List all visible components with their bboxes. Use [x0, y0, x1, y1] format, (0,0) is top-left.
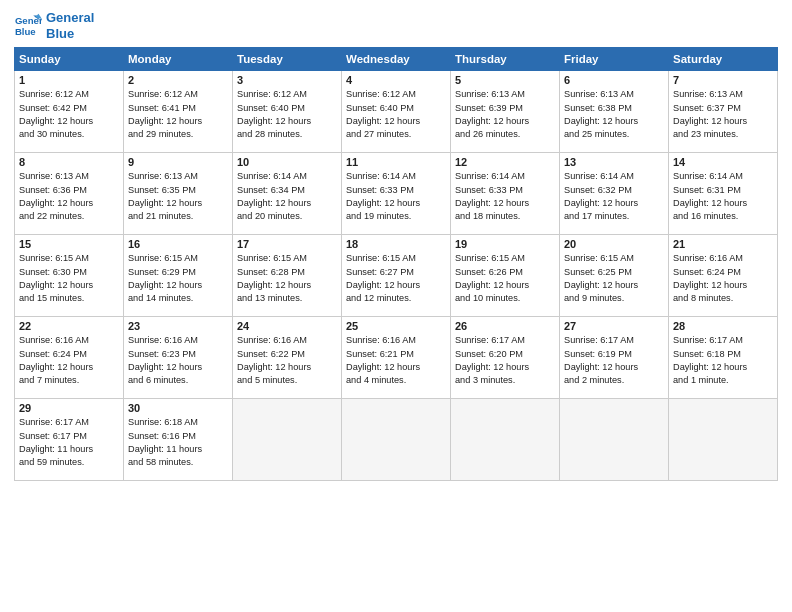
calendar-cell: 28Sunrise: 6:17 AM Sunset: 6:18 PM Dayli…: [669, 317, 778, 399]
calendar-cell: 10Sunrise: 6:14 AM Sunset: 6:34 PM Dayli…: [233, 153, 342, 235]
calendar-table: SundayMondayTuesdayWednesdayThursdayFrid…: [14, 47, 778, 481]
day-number: 15: [19, 238, 119, 250]
calendar-body: 1Sunrise: 6:12 AM Sunset: 6:42 PM Daylig…: [15, 71, 778, 481]
day-number: 18: [346, 238, 446, 250]
day-info: Sunrise: 6:15 AM Sunset: 6:25 PM Dayligh…: [564, 252, 664, 305]
calendar-cell: 17Sunrise: 6:15 AM Sunset: 6:28 PM Dayli…: [233, 235, 342, 317]
calendar-cell: 8Sunrise: 6:13 AM Sunset: 6:36 PM Daylig…: [15, 153, 124, 235]
day-info: Sunrise: 6:12 AM Sunset: 6:41 PM Dayligh…: [128, 88, 228, 141]
day-info: Sunrise: 6:13 AM Sunset: 6:38 PM Dayligh…: [564, 88, 664, 141]
weekday-header-thursday: Thursday: [451, 48, 560, 71]
day-number: 4: [346, 74, 446, 86]
day-info: Sunrise: 6:13 AM Sunset: 6:35 PM Dayligh…: [128, 170, 228, 223]
calendar-cell: 27Sunrise: 6:17 AM Sunset: 6:19 PM Dayli…: [560, 317, 669, 399]
calendar-cell: 26Sunrise: 6:17 AM Sunset: 6:20 PM Dayli…: [451, 317, 560, 399]
day-number: 13: [564, 156, 664, 168]
day-number: 9: [128, 156, 228, 168]
day-number: 23: [128, 320, 228, 332]
day-number: 1: [19, 74, 119, 86]
calendar-week-row: 15Sunrise: 6:15 AM Sunset: 6:30 PM Dayli…: [15, 235, 778, 317]
calendar-cell: 20Sunrise: 6:15 AM Sunset: 6:25 PM Dayli…: [560, 235, 669, 317]
calendar-cell: [233, 399, 342, 481]
day-number: 29: [19, 402, 119, 414]
calendar-cell: 21Sunrise: 6:16 AM Sunset: 6:24 PM Dayli…: [669, 235, 778, 317]
logo: General Blue General Blue: [14, 10, 94, 41]
day-info: Sunrise: 6:16 AM Sunset: 6:24 PM Dayligh…: [673, 252, 773, 305]
day-info: Sunrise: 6:14 AM Sunset: 6:33 PM Dayligh…: [455, 170, 555, 223]
day-info: Sunrise: 6:15 AM Sunset: 6:27 PM Dayligh…: [346, 252, 446, 305]
day-info: Sunrise: 6:12 AM Sunset: 6:40 PM Dayligh…: [237, 88, 337, 141]
day-info: Sunrise: 6:17 AM Sunset: 6:19 PM Dayligh…: [564, 334, 664, 387]
page-header: General Blue General Blue: [14, 10, 778, 41]
weekday-header-saturday: Saturday: [669, 48, 778, 71]
day-info: Sunrise: 6:15 AM Sunset: 6:30 PM Dayligh…: [19, 252, 119, 305]
calendar-cell: 1Sunrise: 6:12 AM Sunset: 6:42 PM Daylig…: [15, 71, 124, 153]
calendar-cell: 13Sunrise: 6:14 AM Sunset: 6:32 PM Dayli…: [560, 153, 669, 235]
calendar-cell: 9Sunrise: 6:13 AM Sunset: 6:35 PM Daylig…: [124, 153, 233, 235]
calendar-week-row: 22Sunrise: 6:16 AM Sunset: 6:24 PM Dayli…: [15, 317, 778, 399]
day-number: 6: [564, 74, 664, 86]
calendar-week-row: 1Sunrise: 6:12 AM Sunset: 6:42 PM Daylig…: [15, 71, 778, 153]
day-info: Sunrise: 6:17 AM Sunset: 6:17 PM Dayligh…: [19, 416, 119, 469]
day-info: Sunrise: 6:14 AM Sunset: 6:31 PM Dayligh…: [673, 170, 773, 223]
day-info: Sunrise: 6:13 AM Sunset: 6:36 PM Dayligh…: [19, 170, 119, 223]
weekday-header-friday: Friday: [560, 48, 669, 71]
day-info: Sunrise: 6:16 AM Sunset: 6:23 PM Dayligh…: [128, 334, 228, 387]
calendar-cell: [342, 399, 451, 481]
day-info: Sunrise: 6:14 AM Sunset: 6:34 PM Dayligh…: [237, 170, 337, 223]
calendar-cell: 2Sunrise: 6:12 AM Sunset: 6:41 PM Daylig…: [124, 71, 233, 153]
weekday-header-wednesday: Wednesday: [342, 48, 451, 71]
day-number: 12: [455, 156, 555, 168]
day-number: 30: [128, 402, 228, 414]
day-info: Sunrise: 6:17 AM Sunset: 6:20 PM Dayligh…: [455, 334, 555, 387]
day-number: 19: [455, 238, 555, 250]
day-number: 28: [673, 320, 773, 332]
day-number: 22: [19, 320, 119, 332]
calendar-cell: 16Sunrise: 6:15 AM Sunset: 6:29 PM Dayli…: [124, 235, 233, 317]
day-number: 3: [237, 74, 337, 86]
calendar-cell: 5Sunrise: 6:13 AM Sunset: 6:39 PM Daylig…: [451, 71, 560, 153]
calendar-cell: 18Sunrise: 6:15 AM Sunset: 6:27 PM Dayli…: [342, 235, 451, 317]
day-number: 20: [564, 238, 664, 250]
calendar-cell: [560, 399, 669, 481]
calendar-cell: 12Sunrise: 6:14 AM Sunset: 6:33 PM Dayli…: [451, 153, 560, 235]
day-number: 26: [455, 320, 555, 332]
day-info: Sunrise: 6:18 AM Sunset: 6:16 PM Dayligh…: [128, 416, 228, 469]
logo-icon: General Blue: [14, 12, 42, 40]
calendar-cell: 22Sunrise: 6:16 AM Sunset: 6:24 PM Dayli…: [15, 317, 124, 399]
day-info: Sunrise: 6:12 AM Sunset: 6:40 PM Dayligh…: [346, 88, 446, 141]
calendar-cell: 3Sunrise: 6:12 AM Sunset: 6:40 PM Daylig…: [233, 71, 342, 153]
day-info: Sunrise: 6:15 AM Sunset: 6:29 PM Dayligh…: [128, 252, 228, 305]
weekday-header-monday: Monday: [124, 48, 233, 71]
day-info: Sunrise: 6:13 AM Sunset: 6:39 PM Dayligh…: [455, 88, 555, 141]
weekday-header-sunday: Sunday: [15, 48, 124, 71]
day-info: Sunrise: 6:14 AM Sunset: 6:32 PM Dayligh…: [564, 170, 664, 223]
day-number: 5: [455, 74, 555, 86]
calendar-header-row: SundayMondayTuesdayWednesdayThursdayFrid…: [15, 48, 778, 71]
calendar-cell: 15Sunrise: 6:15 AM Sunset: 6:30 PM Dayli…: [15, 235, 124, 317]
day-number: 17: [237, 238, 337, 250]
day-number: 16: [128, 238, 228, 250]
day-info: Sunrise: 6:17 AM Sunset: 6:18 PM Dayligh…: [673, 334, 773, 387]
svg-text:Blue: Blue: [15, 25, 36, 36]
calendar-cell: 14Sunrise: 6:14 AM Sunset: 6:31 PM Dayli…: [669, 153, 778, 235]
day-info: Sunrise: 6:13 AM Sunset: 6:37 PM Dayligh…: [673, 88, 773, 141]
calendar-week-row: 8Sunrise: 6:13 AM Sunset: 6:36 PM Daylig…: [15, 153, 778, 235]
calendar-cell: 11Sunrise: 6:14 AM Sunset: 6:33 PM Dayli…: [342, 153, 451, 235]
day-number: 27: [564, 320, 664, 332]
day-info: Sunrise: 6:16 AM Sunset: 6:22 PM Dayligh…: [237, 334, 337, 387]
logo-text: General Blue: [46, 10, 94, 41]
day-number: 10: [237, 156, 337, 168]
day-number: 2: [128, 74, 228, 86]
day-info: Sunrise: 6:15 AM Sunset: 6:28 PM Dayligh…: [237, 252, 337, 305]
day-number: 24: [237, 320, 337, 332]
calendar-cell: 30Sunrise: 6:18 AM Sunset: 6:16 PM Dayli…: [124, 399, 233, 481]
calendar-cell: 19Sunrise: 6:15 AM Sunset: 6:26 PM Dayli…: [451, 235, 560, 317]
calendar-cell: 25Sunrise: 6:16 AM Sunset: 6:21 PM Dayli…: [342, 317, 451, 399]
calendar-cell: 6Sunrise: 6:13 AM Sunset: 6:38 PM Daylig…: [560, 71, 669, 153]
day-info: Sunrise: 6:15 AM Sunset: 6:26 PM Dayligh…: [455, 252, 555, 305]
weekday-header-tuesday: Tuesday: [233, 48, 342, 71]
calendar-cell: 24Sunrise: 6:16 AM Sunset: 6:22 PM Dayli…: [233, 317, 342, 399]
day-number: 21: [673, 238, 773, 250]
day-number: 7: [673, 74, 773, 86]
